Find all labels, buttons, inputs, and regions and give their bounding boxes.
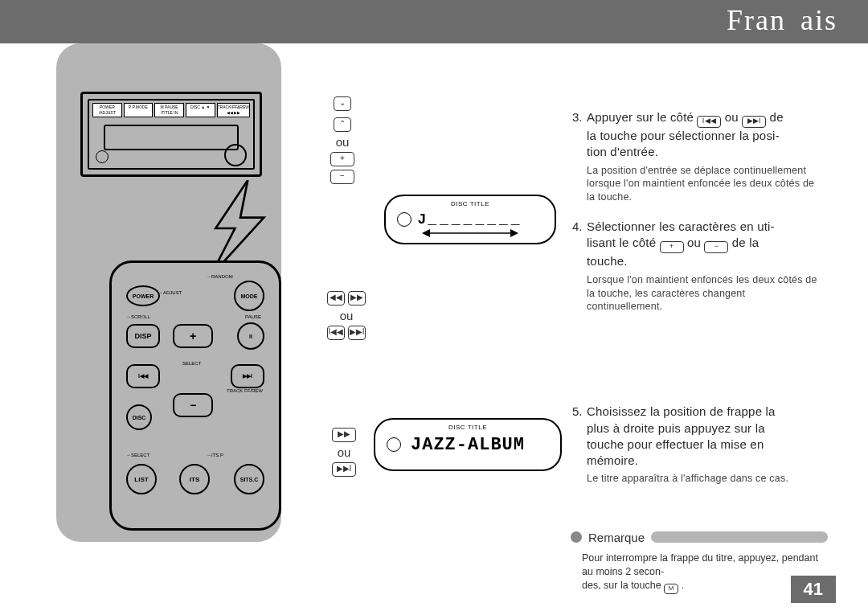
step-3: 3. Appuyer sur le côté I◀◀ ou ▶▶I de la … bbox=[572, 109, 821, 204]
remote-pause-button[interactable]: II bbox=[237, 322, 264, 350]
remarque-text: Pour interrompre la frappe du titre, app… bbox=[582, 552, 820, 594]
hu-btn-power[interactable]: POWER /ADJUST bbox=[92, 103, 122, 117]
hint-group-1: ⌄ ⌃ ou + − bbox=[325, 93, 360, 187]
head-unit-slot bbox=[104, 125, 239, 150]
step3-num: 3. bbox=[572, 109, 587, 125]
step5-line1: Choisissez la position de frappe la bbox=[587, 404, 776, 418]
step3-line2: la touche pour sélectionner la posi- bbox=[587, 129, 780, 142]
step4-btn-plus: + bbox=[660, 241, 684, 253]
remote-prev-button[interactable]: I◀◀ bbox=[126, 364, 160, 388]
remarque-heading: Remarque bbox=[571, 529, 828, 545]
hint-skipback-icon: I◀◀ bbox=[327, 326, 345, 340]
hint-group-3: ▶▶ ou ▶▶I bbox=[328, 424, 360, 480]
step4-line2b: de la bbox=[728, 236, 759, 249]
display-entry: DISC TITLE J________ bbox=[384, 195, 556, 244]
hint-down-icon: ⌄ bbox=[334, 96, 351, 111]
lang-part1: Fran bbox=[727, 4, 786, 36]
remarque-text-a: Pour interrompre la frappe du titre, app… bbox=[582, 552, 818, 577]
hint-skipfwd-icon: ▶▶I bbox=[348, 326, 366, 340]
remote-list-button[interactable]: LIST bbox=[126, 464, 157, 494]
step4-btn-minus: − bbox=[704, 241, 728, 253]
remarque-label: Remarque bbox=[588, 531, 645, 544]
step3-line1b: de bbox=[766, 110, 783, 124]
hu-btn-track[interactable]: TRACK/FF&REW ◀◀ ▶▶ bbox=[217, 103, 250, 117]
head-unit-buttons: POWER /ADJUST P P.MODE M PAUSE /TITLE IN… bbox=[92, 103, 250, 117]
step4-line2a: lisant le côté bbox=[587, 236, 660, 249]
remarque-bar bbox=[651, 531, 828, 543]
step4-sub: Lorsque l'on maintient enfoncés les deux… bbox=[587, 273, 821, 314]
hint-group-2: ◀◀ ▶▶ ou I◀◀ ▶▶I bbox=[325, 288, 368, 343]
remarque-btn: M bbox=[664, 584, 678, 594]
clock-icon-2 bbox=[387, 437, 401, 452]
remote-disp-button[interactable]: DISP bbox=[126, 324, 160, 348]
head-unit-inner: POWER /ADJUST P P.MODE M PAUSE /TITLE IN… bbox=[88, 99, 255, 170]
display2-text: JAZZ-ALBUM bbox=[411, 435, 525, 455]
hint-rew-icon: ◀◀ bbox=[327, 291, 345, 306]
step-5: 5. Choisissez la position de frappe la p… bbox=[572, 404, 821, 486]
step5-line3: touche pour effectuer la mise en bbox=[587, 437, 764, 451]
step4-line3: touche. bbox=[587, 254, 628, 268]
label-its-p: →ITS.P bbox=[207, 453, 223, 457]
hint-or-2: ou bbox=[325, 309, 368, 322]
hu-btn-pmode[interactable]: P P.MODE bbox=[124, 103, 154, 117]
step3-sub: La position d'entrée se déplace conti­nu… bbox=[587, 164, 821, 205]
step3-mid: ou bbox=[721, 110, 742, 124]
instruction-steps: 3. Appuyer sur le côté I◀◀ ou ▶▶I de la … bbox=[572, 109, 821, 500]
volume-knob[interactable] bbox=[224, 144, 247, 166]
page-number: 41 bbox=[791, 576, 836, 603]
hint-or-1: ou bbox=[325, 135, 360, 149]
remote-minus-button[interactable]: − bbox=[173, 393, 213, 417]
label-scroll: →SCROLL bbox=[126, 314, 150, 319]
clock-icon bbox=[397, 212, 411, 227]
step4-line1: Sélectionner les caractères en uti- bbox=[587, 219, 775, 233]
hint-or-3: ou bbox=[328, 445, 360, 459]
remote-its-button[interactable]: ITS bbox=[179, 464, 210, 494]
hint-minus-icon: − bbox=[330, 170, 354, 184]
label-select: SELECT bbox=[182, 361, 201, 366]
display-result: DISC TITLE JAZZ-ALBUM bbox=[374, 418, 562, 471]
remote-itsc-button[interactable]: SITS.C bbox=[234, 464, 264, 494]
hint-up-icon: ⌃ bbox=[334, 117, 351, 132]
remote-control: →RANDOM →ADJUST POWER MODE →SCROLL PAUSE… bbox=[109, 260, 281, 531]
hint-ff2-icon: ▶▶ bbox=[332, 428, 356, 442]
language-label: Franais bbox=[727, 3, 837, 37]
label-random: →RANDOM bbox=[207, 274, 233, 279]
step5-line4: mémoire. bbox=[587, 453, 638, 467]
step5-sub: Le titre apparaîtra à l'affichage dans c… bbox=[587, 472, 821, 486]
svg-marker-2 bbox=[510, 229, 518, 237]
label-select-small: →SELECT bbox=[126, 453, 149, 457]
label-adjust: →ADJUST bbox=[158, 290, 182, 295]
step3-btn-prev: I◀◀ bbox=[697, 116, 721, 128]
remote-mode-button[interactable]: MODE bbox=[234, 281, 264, 311]
lang-part2: ais bbox=[800, 4, 837, 36]
step5-line2: plus à droite puis appuyez sur la bbox=[587, 421, 765, 435]
remarque-text-b: des, sur la touche bbox=[582, 580, 664, 591]
remote-plus-button[interactable]: + bbox=[173, 324, 213, 348]
step-4: 4. Sélectionner les caractères en uti- l… bbox=[572, 219, 821, 314]
hint-ff-icon: ▶▶ bbox=[348, 291, 366, 306]
svg-marker-1 bbox=[422, 229, 430, 237]
hu-btn-pause[interactable]: M PAUSE /TITLE IN bbox=[154, 103, 184, 117]
head-unit: POWER /ADJUST P P.MODE M PAUSE /TITLE IN… bbox=[80, 92, 262, 177]
hu-btn-disc[interactable]: DISC ▲ ▼ bbox=[186, 103, 215, 117]
hint-plus-icon: + bbox=[330, 152, 354, 166]
display1-label: DISC TITLE bbox=[451, 200, 489, 207]
header-banner: Franais bbox=[0, 0, 868, 43]
display2-label: DISC TITLE bbox=[448, 424, 487, 431]
step5-num: 5. bbox=[572, 404, 587, 420]
step4-mid: ou bbox=[684, 236, 705, 249]
remarque-text-c: . bbox=[678, 580, 684, 591]
hint-skipfwd2-icon: ▶▶I bbox=[332, 462, 356, 477]
cursor-arrows-icon bbox=[422, 228, 518, 238]
remote-next-button[interactable]: ▶▶I bbox=[231, 364, 264, 388]
step4-num: 4. bbox=[572, 219, 587, 235]
remote-disc-button[interactable]: DISC bbox=[126, 404, 152, 430]
display1-text: J________ bbox=[417, 211, 522, 228]
step3-line1a: Appuyer sur le côté bbox=[587, 110, 697, 124]
remote-power-button[interactable]: POWER bbox=[126, 285, 160, 306]
step3-btn-next: ▶▶I bbox=[742, 116, 766, 128]
device-panel: POWER /ADJUST P P.MODE M PAUSE /TITLE IN… bbox=[56, 43, 281, 542]
label-track: TRACK FF/REW bbox=[227, 388, 263, 394]
label-pause: PAUSE bbox=[245, 314, 261, 319]
cd-icon bbox=[96, 150, 108, 163]
